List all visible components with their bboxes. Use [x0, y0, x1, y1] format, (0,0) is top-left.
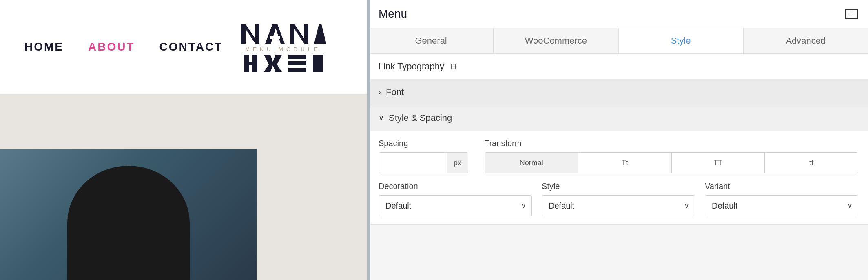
spacing-input[interactable]	[379, 158, 447, 168]
spacing-input-wrapper: px	[379, 152, 468, 173]
svg-rect-9	[288, 55, 306, 59]
logo-area: MENU MODULE	[240, 21, 326, 73]
content-area	[0, 94, 367, 280]
style-select[interactable]: Default Normal Italic Oblique	[542, 195, 695, 216]
panel-header: Menu □	[369, 0, 868, 28]
settings-wrapper: Menu □ General WooCommerce Style Advance…	[367, 0, 868, 280]
style-spacing-accordion-header[interactable]: ∨ Style & Spacing	[369, 105, 868, 131]
nav-link-home[interactable]: HOME	[24, 40, 64, 53]
style-spacing-chevron-icon: ∨	[379, 113, 384, 122]
transform-field-group: Transform Normal Tt TT tt	[485, 139, 858, 173]
font-chevron-icon: ›	[379, 88, 381, 97]
svg-marker-3	[290, 24, 308, 44]
transform-label: Transform	[485, 139, 858, 148]
settings-content: Link Typography 🖥 › Font ∨ Style & Spaci…	[369, 54, 868, 280]
variant-select[interactable]: Default Normal Small-caps	[705, 195, 858, 216]
style-spacing-accordion-label: Style & Spacing	[389, 113, 452, 123]
svg-rect-11	[288, 68, 306, 72]
style-select-wrapper: Default Normal Italic Oblique ∨	[542, 195, 695, 216]
variant-select-wrapper: Default Normal Small-caps ∨	[705, 195, 858, 216]
drag-handle[interactable]	[367, 0, 370, 280]
svg-rect-12	[313, 55, 319, 72]
spacing-transform-row: Spacing px Transform Normal Tt TT	[379, 139, 858, 173]
logo-text-label: MENU MODULE	[245, 46, 321, 52]
tab-general[interactable]: General	[369, 28, 494, 53]
spacing-label: Spacing	[379, 139, 468, 148]
logo-top	[240, 21, 326, 45]
collapse-icon: □	[850, 11, 853, 17]
logo-letter-n2	[289, 21, 310, 45]
logo-letter-a	[264, 21, 286, 45]
nav-link-about[interactable]: ABOUT	[88, 40, 135, 53]
style-spacing-accordion-body: Spacing px Transform Normal Tt TT	[369, 131, 868, 224]
settings-panel: Menu □ General WooCommerce Style Advance…	[367, 0, 868, 280]
image-area	[0, 149, 257, 280]
nav-link-contact[interactable]: CONTACT	[159, 40, 223, 53]
decoration-label: Decoration	[379, 182, 532, 191]
svg-marker-0	[241, 24, 259, 44]
head-silhouette	[67, 166, 190, 280]
tab-style[interactable]: Style	[619, 28, 744, 53]
nav-links: HOME ABOUT CONTACT	[24, 40, 223, 53]
logo-letter-n	[240, 21, 261, 45]
tabs-row: General WooCommerce Style Advanced	[369, 28, 868, 54]
transform-btn-titlecase[interactable]: Tt	[578, 153, 672, 173]
svg-rect-10	[288, 61, 306, 65]
svg-rect-2	[270, 36, 280, 39]
font-accordion-header[interactable]: › Font	[369, 80, 868, 105]
tab-advanced[interactable]: Advanced	[744, 28, 868, 53]
style-spacing-accordion: ∨ Style & Spacing Spacing px	[369, 105, 868, 225]
style-field-group: Style Default Normal Italic Oblique ∨	[542, 182, 695, 216]
logo-letter-a2	[313, 21, 326, 45]
monitor-icon: 🖥	[449, 62, 457, 71]
font-accordion: › Font	[369, 80, 868, 105]
tab-woocommerce[interactable]: WooCommerce	[494, 28, 618, 53]
style-label: Style	[542, 182, 695, 191]
logo-bottom-4	[311, 53, 324, 73]
transform-btn-lowercase[interactable]: tt	[765, 153, 858, 173]
logo-bottom-2	[262, 53, 283, 73]
logo-bottom-3	[287, 53, 308, 73]
preview-panel: HOME ABOUT CONTACT MEN	[0, 0, 367, 280]
svg-marker-8	[264, 55, 282, 72]
svg-rect-7	[244, 62, 257, 65]
decoration-select[interactable]: Default None Underline Overline Line-thr…	[379, 195, 532, 216]
font-accordion-label: Font	[386, 87, 404, 98]
transform-btn-uppercase[interactable]: TT	[672, 153, 765, 173]
decoration-field-group: Decoration Default None Underline Overli…	[379, 182, 532, 216]
panel-collapse-button[interactable]: □	[845, 9, 858, 19]
logo-bottom-1	[242, 53, 259, 73]
nav-bar: HOME ABOUT CONTACT MEN	[0, 0, 367, 94]
variant-field-group: Variant Default Normal Small-caps ∨	[705, 182, 858, 216]
svg-marker-4	[314, 24, 326, 44]
transform-btn-normal[interactable]: Normal	[485, 153, 578, 173]
variant-label: Variant	[705, 182, 858, 191]
transform-buttons: Normal Tt TT tt	[485, 152, 858, 173]
panel-title: Menu	[379, 7, 407, 20]
link-typography-row: Link Typography 🖥	[369, 54, 868, 80]
spacing-field-group: Spacing px	[379, 139, 468, 173]
logo-bottom	[242, 53, 324, 73]
decoration-style-variant-row: Decoration Default None Underline Overli…	[379, 182, 858, 216]
svg-marker-1	[265, 24, 285, 44]
link-typography-label: Link Typography	[379, 61, 444, 72]
decoration-select-wrapper: Default None Underline Overline Line-thr…	[379, 195, 532, 216]
spacing-unit-label: px	[447, 153, 468, 173]
svg-marker-13	[319, 55, 323, 72]
